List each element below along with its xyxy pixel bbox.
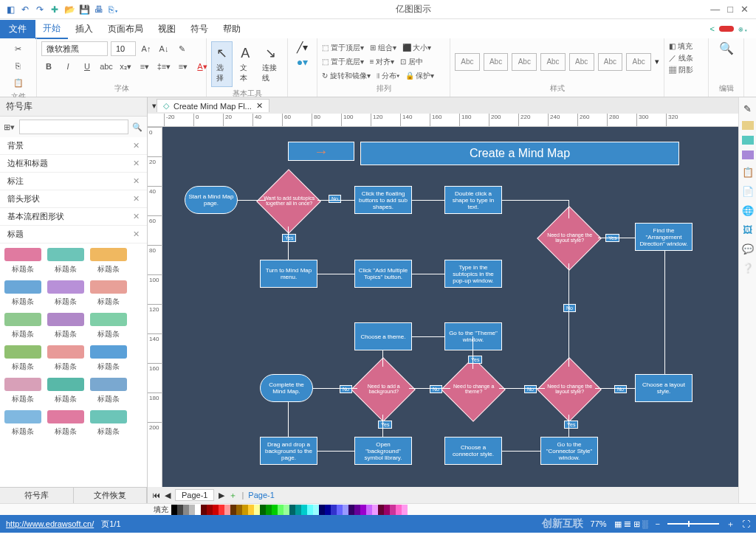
color-swatch[interactable]	[331, 505, 337, 515]
color-swatch[interactable]	[289, 505, 295, 515]
color-swatch[interactable]	[183, 505, 189, 515]
group[interactable]: ⊞ 组合▾	[370, 43, 396, 53]
shape-thumb[interactable]	[90, 280, 127, 294]
node-n3[interactable]: Turn to Mind Map menu.	[260, 260, 317, 288]
color-swatch[interactable]	[337, 505, 343, 515]
page-current[interactable]: Page-1	[175, 489, 214, 501]
color-swatch[interactable]	[360, 505, 366, 515]
send-back[interactable]: ⬚ 置于底层▾	[322, 57, 364, 67]
node-n6[interactable]: Find the "Arrangement Direction" window.	[635, 223, 693, 251]
search-input[interactable]	[19, 120, 128, 134]
color-swatch[interactable]	[171, 505, 177, 515]
italic-icon[interactable]: I	[61, 59, 75, 74]
node-n4[interactable]: Click "Add Multiple Topics" button.	[354, 260, 412, 288]
color-swatch[interactable]	[295, 505, 301, 515]
color-swatch[interactable]	[301, 505, 307, 515]
decision-4[interactable]: Need to change a theme?	[441, 357, 506, 422]
theme2-icon[interactable]	[742, 136, 754, 145]
fill-btn[interactable]: ◧ 填充	[669, 41, 693, 52]
node-end[interactable]: Complete the Mind Map.	[260, 374, 313, 402]
help-icon[interactable]: ❔	[741, 261, 755, 274]
color-swatch[interactable]	[219, 505, 224, 515]
close-icon[interactable]: ✕	[133, 229, 140, 239]
align[interactable]: ≡ 对齐▾	[370, 57, 395, 67]
format-painter-icon[interactable]: ✎	[174, 41, 189, 56]
shape-thumb[interactable]	[90, 313, 127, 326]
find-icon[interactable]: 🔍	[719, 41, 734, 55]
maximize-icon[interactable]: □	[727, 4, 733, 15]
node-n7[interactable]: Choose a theme.	[354, 322, 412, 350]
fit-icon[interactable]: ⛶	[742, 519, 750, 528]
protect[interactable]: 🔒 保护▾	[405, 71, 435, 81]
shape-thumb[interactable]	[4, 248, 41, 261]
underline-icon[interactable]: U	[80, 59, 94, 74]
file-menu[interactable]: 文件	[0, 20, 35, 38]
color-swatch[interactable]	[313, 505, 319, 515]
color-swatch[interactable]	[236, 505, 242, 515]
size[interactable]: ⬛ 大小▾	[402, 43, 432, 53]
bold-icon[interactable]: B	[41, 59, 56, 74]
color-swatch[interactable]	[224, 505, 230, 515]
color-swatch[interactable]	[319, 505, 325, 515]
node-n11[interactable]: Open "background" symbol library.	[354, 437, 412, 465]
undo-icon[interactable]: ↶	[19, 4, 31, 15]
cloud-icon[interactable]	[719, 26, 734, 32]
close-icon[interactable]: ✕	[133, 194, 140, 204]
close-tab-icon[interactable]: ✕	[256, 101, 263, 111]
node-n5[interactable]: Type in the subtopics in the pop-up wind…	[444, 260, 502, 288]
color-swatch[interactable]	[390, 505, 396, 515]
shape-thumb[interactable]	[47, 378, 84, 391]
shape-thumb[interactable]	[90, 248, 127, 261]
close-icon[interactable]: ✕	[133, 159, 140, 168]
style-more-icon[interactable]: ▾	[655, 57, 659, 66]
node-n10[interactable]: Drag and drop a background to the page.	[260, 437, 317, 465]
shape-thumb[interactable]	[90, 410, 127, 423]
shape-thumb[interactable]	[4, 345, 41, 359]
color-swatch[interactable]	[402, 505, 408, 515]
doc-icon[interactable]: 📄	[741, 184, 755, 198]
close-icon[interactable]: ✕	[133, 141, 140, 151]
category-row[interactable]: 边框和标题✕	[0, 155, 147, 173]
view-icons[interactable]: ▦ 𝌆 ⊞ ░	[614, 519, 648, 529]
style-preset[interactable]: Abc	[484, 53, 509, 71]
color-swatch[interactable]	[278, 505, 284, 515]
style-preset[interactable]: Abc	[598, 53, 623, 71]
color-swatch[interactable]	[177, 505, 183, 515]
decision-3[interactable]: Need to add a background?	[351, 357, 416, 422]
theme1-icon[interactable]	[742, 121, 754, 130]
color-swatch[interactable]	[348, 505, 354, 515]
page-first-icon[interactable]: ⏮	[152, 491, 160, 499]
page-prev-icon[interactable]: ◀	[165, 491, 171, 500]
linespace-icon[interactable]: ‡≡▾	[157, 59, 171, 74]
color-swatch[interactable]	[213, 505, 219, 515]
style-preset[interactable]: Abc	[455, 53, 480, 71]
shape-thumb[interactable]	[4, 410, 41, 423]
shape-thumb[interactable]	[47, 248, 84, 261]
node-n8[interactable]: Go to the "Theme" window.	[444, 322, 502, 350]
color-swatch[interactable]	[378, 505, 384, 515]
tab-view[interactable]: 视图	[151, 20, 183, 38]
category-row[interactable]: 标注✕	[0, 173, 147, 190]
color-swatch[interactable]	[384, 505, 390, 515]
color-swatch[interactable]	[195, 505, 201, 515]
node-n12[interactable]: Choose a connector style.	[444, 437, 502, 465]
pencil-icon[interactable]: ✎	[741, 102, 755, 115]
color-swatch[interactable]	[354, 505, 360, 515]
sub-icon[interactable]: x₂▾	[118, 59, 133, 74]
text-tool[interactable]: A文本	[236, 43, 255, 86]
status-url[interactable]: http://www.edrawsoft.cn/	[6, 519, 94, 528]
paste-icon[interactable]: 📋	[11, 75, 26, 90]
shape-thumb[interactable]	[4, 280, 41, 294]
style-preset[interactable]: Abc	[540, 53, 566, 71]
document-tab[interactable]: ◇ Create Mind Map Fl... ✕	[157, 99, 269, 112]
share-icon[interactable]: <	[710, 24, 715, 33]
clipboard-icon[interactable]: 📋	[741, 165, 755, 179]
copy-icon[interactable]: ⎘	[11, 58, 26, 73]
zoom-out-icon[interactable]: −	[656, 519, 660, 528]
shape-thumb[interactable]	[4, 378, 41, 391]
color-swatch[interactable]	[254, 505, 260, 515]
tab-start[interactable]: 开始	[35, 19, 68, 39]
shape-thumb[interactable]	[47, 410, 84, 423]
color-swatch[interactable]	[284, 505, 289, 515]
style-preset[interactable]: Abc	[569, 53, 594, 71]
